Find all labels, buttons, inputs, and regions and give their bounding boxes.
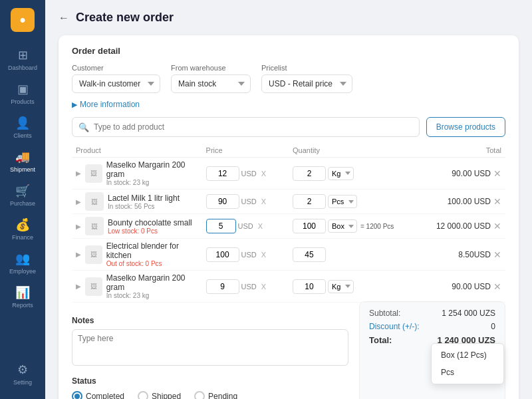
product-sub: In stock: 23 kg (106, 292, 198, 299)
price-input[interactable] (206, 279, 239, 294)
status-shipped[interactable]: Shipped (138, 391, 181, 399)
qty-input[interactable] (293, 166, 326, 181)
unit-dropdown-popup: Box (12 Pcs) Pcs (431, 343, 504, 384)
row-expand-icon[interactable]: ▶ (76, 223, 81, 230)
radio-dot-completed (74, 394, 80, 399)
product-cell: ▶ 🖼 Maselko Margarin 200 gram In stock: … (72, 271, 202, 303)
sidebar-item-label: Clients (13, 132, 32, 139)
sidebar-item-reports[interactable]: 📊 Reports (0, 280, 45, 314)
price-input[interactable] (206, 166, 239, 181)
warehouse-select[interactable]: Main stock (171, 74, 251, 93)
sidebar-item-employee[interactable]: 👥 Employee (0, 246, 45, 280)
notes-section: Notes (72, 316, 348, 368)
product-cell: ▶ 🖼 Maselko Margarin 200 gram In stock: … (72, 158, 202, 190)
col-total: Total (410, 144, 505, 158)
sidebar-item-shipment[interactable]: 🚚 Shipment (0, 144, 45, 178)
subtotal-label: Subtotal: (369, 309, 400, 318)
sidebar-item-setting[interactable]: ⚙ Setting (0, 357, 45, 391)
discount-label: Discount (+/-): (369, 322, 420, 331)
product-name: Maselko Margarin 200 gram (106, 160, 198, 179)
product-name: Bounty chocolatte small (108, 218, 192, 227)
x-symbol: X (259, 198, 269, 205)
remove-row-button[interactable]: ✕ (493, 196, 501, 207)
sidebar-item-dashboard[interactable]: ⊞ Dashboard (0, 43, 45, 76)
pricelist-label: Pricelist (261, 64, 352, 72)
qty-input[interactable] (293, 194, 326, 209)
total-cell: 90.00 USD ✕ (410, 158, 505, 190)
customer-select[interactable]: Walk-in customer (72, 74, 160, 93)
product-thumb: 🖼 (85, 164, 102, 183)
row-expand-icon[interactable]: ▶ (76, 198, 81, 205)
status-completed[interactable]: Completed (72, 391, 124, 399)
products-icon: ▣ (17, 82, 29, 96)
notes-textarea[interactable] (72, 329, 348, 366)
price-input[interactable] (206, 194, 239, 209)
remove-row-button[interactable]: ✕ (493, 281, 501, 292)
more-info-link[interactable]: ▶ More information (72, 100, 505, 109)
dropdown-item-box[interactable]: Box (12 Pcs) (432, 346, 503, 364)
finance-icon: 💰 (15, 217, 30, 232)
unit-select[interactable]: Pcs (328, 195, 357, 208)
table-row: ▶ 🖼 Maselko Margarin 200 gram In stock: … (72, 271, 505, 303)
order-detail-row: Customer Walk-in customer From warehouse… (72, 64, 505, 93)
product-thumb: 🖼 (85, 192, 104, 211)
status-pending[interactable]: Pending (194, 391, 237, 399)
purchase-icon: 🛒 (15, 184, 30, 198)
x-symbol: X (259, 170, 269, 178)
qty-input[interactable] (293, 247, 326, 262)
product-thumb: 🖼 (85, 277, 102, 296)
sidebar-item-label: Employee (9, 268, 36, 275)
sidebar-item-clients[interactable]: 👤 Clients (0, 110, 45, 144)
price-cell: USD X (202, 239, 289, 271)
remove-row-button[interactable]: ✕ (493, 221, 501, 231)
x-symbol: X (255, 222, 265, 230)
product-name: Electrical blender for kitchen (106, 241, 198, 260)
browse-products-button[interactable]: Browse products (426, 117, 505, 137)
price-input[interactable] (206, 247, 239, 262)
radio-circle-completed (72, 391, 82, 399)
sidebar-item-purchase[interactable]: 🛒 Purchase (0, 178, 45, 212)
qty-cell: Kg (289, 271, 410, 303)
row-expand-icon[interactable]: ▶ (76, 170, 81, 177)
qty-cell: Pcs (289, 190, 410, 214)
search-input[interactable] (72, 117, 420, 137)
col-product: Product (72, 144, 202, 158)
discount-value: 0 (491, 322, 495, 331)
back-button[interactable]: ← (59, 12, 69, 24)
sidebar-item-label: Purchase (10, 200, 35, 207)
row-expand-icon[interactable]: ▶ (76, 283, 81, 290)
sidebar-item-finance[interactable]: 💰 Finance (0, 212, 45, 246)
chevron-right-icon: ▶ (72, 100, 77, 109)
qty-input[interactable] (293, 279, 326, 294)
unit-select[interactable]: Kg (328, 167, 354, 180)
product-cell: ▶ 🖼 Lactel Milk 1 litr light In stock: 5… (72, 190, 202, 214)
sidebar-item-products[interactable]: ▣ Products (0, 76, 45, 110)
table-container: Product Price Quantity Total ▶ 🖼 Maselko… (72, 144, 505, 303)
remove-row-button[interactable]: ✕ (493, 168, 501, 179)
subtotal-row: Subtotal: 1 254 000 UZS (369, 309, 495, 318)
qty-input[interactable] (293, 219, 326, 233)
usd-tag: USD (241, 251, 257, 259)
product-sub: In stock: 23 kg (106, 179, 198, 186)
row-expand-icon[interactable]: ▶ (76, 251, 81, 258)
unit-select[interactable]: Box (328, 219, 357, 233)
radio-circle-shipped (138, 391, 148, 399)
product-sub: In stock: 56 Pcs (108, 203, 180, 210)
pricelist-group: Pricelist USD - Retail price (261, 64, 352, 93)
status-shipped-label: Shipped (152, 392, 181, 399)
sidebar-item-label: Products (11, 98, 35, 105)
customer-label: Customer (72, 64, 160, 72)
dropdown-item-pcs[interactable]: Pcs (432, 364, 503, 381)
sidebar-item-label: Setting (13, 379, 32, 386)
remove-row-button[interactable]: ✕ (493, 249, 501, 260)
qty-cell (289, 239, 410, 271)
product-thumb: 🖼 (85, 217, 104, 235)
table-row: ▶ 🖼 Bounty chocolatte small Low stock: 0… (72, 214, 505, 239)
total-label: Total: (369, 335, 392, 345)
page-title: Create new order (76, 11, 174, 25)
pricelist-select[interactable]: USD - Retail price (261, 74, 352, 93)
product-info: Maselko Margarin 200 gram In stock: 23 k… (106, 273, 198, 299)
unit-select[interactable]: Kg (328, 280, 354, 293)
price-input[interactable] (206, 219, 236, 233)
table-row: ▶ 🖼 Electrical blender for kitchen Out o… (72, 239, 505, 271)
